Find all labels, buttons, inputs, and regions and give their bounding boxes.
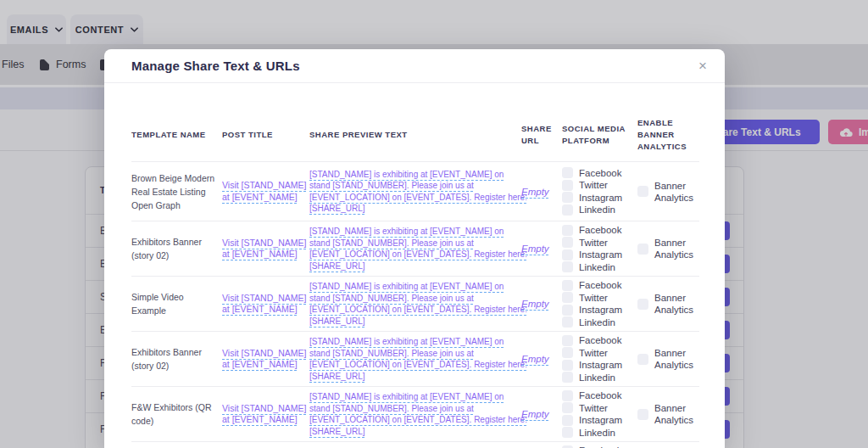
modal-header: Manage Share Text & URLs ×	[104, 49, 725, 83]
column-header: SHARE URL	[521, 123, 562, 147]
banner-analytics-checkbox[interactable]	[637, 244, 648, 255]
banner-analytics-checkbox[interactable]	[637, 299, 648, 310]
platform-option: Instagram	[562, 414, 637, 427]
post-title-cell[interactable]: Visit [STAND_NAME]at [EVENT_NAME]	[222, 293, 309, 316]
enable-banner-analytics-cell: Banner Analytics	[637, 180, 699, 204]
platform-option: Linkedin	[562, 372, 637, 384]
share-url-empty-link[interactable]: Empty	[521, 299, 549, 309]
share-preview-line: [EVENT_LOCATION] on [EVENT_DATES]. Regis…	[309, 192, 527, 204]
share-url-cell: Empty	[521, 354, 562, 364]
platform-checkbox[interactable]	[562, 292, 573, 303]
platform-checkbox[interactable]	[562, 280, 573, 291]
share-url-empty-link[interactable]: Empty	[521, 409, 549, 419]
close-icon[interactable]: ×	[695, 57, 710, 75]
platform-label: Twitter	[579, 238, 608, 248]
platform-checkbox[interactable]	[562, 204, 573, 216]
enable-banner-analytics-cell: Banner Analytics	[637, 402, 699, 426]
platform-checkbox[interactable]	[562, 237, 573, 248]
platform-checkbox[interactable]	[562, 261, 573, 272]
platform-checkbox[interactable]	[562, 305, 573, 316]
banner-analytics-checkbox[interactable]	[637, 409, 648, 420]
platform-option: Facebook	[562, 279, 637, 292]
platform-option: Twitter	[562, 179, 637, 192]
share-preview-line: stand [STAND_NUMBER]. Please join us at	[309, 180, 474, 192]
share-preview-line: [SHARE_URL]	[309, 260, 365, 272]
platform-option: Linkedin	[562, 316, 637, 329]
column-header: POST TITLE	[222, 129, 309, 141]
enable-banner-analytics-cell: Banner Analytics	[637, 292, 699, 316]
platform-option: Twitter	[562, 292, 637, 305]
platform-option: Instagram	[562, 192, 637, 204]
platform-label: Linkedin	[579, 428, 615, 438]
banner-analytics-checkbox[interactable]	[637, 354, 648, 365]
social-media-platform-cell: Facebook Twitter Instagram Linkedin	[562, 334, 637, 384]
share-preview-text-cell[interactable]: [STAND_NAME] is exhibiting at [EVENT_NAM…	[309, 391, 521, 437]
platform-label: Instagram	[579, 249, 622, 260]
platform-checkbox[interactable]	[562, 249, 573, 260]
platform-checkbox[interactable]	[562, 402, 573, 413]
share-url-empty-link[interactable]: Empty	[521, 354, 549, 364]
platform-checkbox[interactable]	[562, 372, 573, 383]
platform-option: Twitter	[562, 402, 637, 415]
post-title-cell[interactable]: Visit [STAND_NAME]at [EVENT_NAME]	[222, 238, 309, 260]
platform-checkbox[interactable]	[562, 192, 573, 203]
post-title-cell[interactable]: Visit [STAND_NAME]at [EVENT_NAME]	[222, 180, 309, 203]
template-name-cell: F&W Exhibitors (QR code)	[131, 400, 222, 428]
share-preview-line: [STAND_NAME] is exhibiting at [EVENT_NAM…	[309, 391, 504, 403]
platform-label: Facebook	[579, 225, 622, 235]
share-preview-line: [SHARE_URL]	[309, 316, 365, 328]
share-preview-text-cell[interactable]: [STAND_NAME] is exhibiting at [EVENT_NAM…	[309, 281, 521, 327]
platform-checkbox[interactable]	[562, 335, 573, 346]
post-title-line: Visit [STAND_NAME]	[222, 348, 306, 360]
screen: EMAILS CONTENT Files Forms Manage Share …	[0, 0, 868, 448]
share-preview-text-cell[interactable]: [STAND_NAME] is exhibiting at [EVENT_NAM…	[309, 226, 521, 272]
platform-checkbox[interactable]	[562, 167, 573, 178]
platform-label: Linkedin	[579, 317, 615, 328]
platform-label: Twitter	[579, 293, 608, 303]
table-row: Visit [STAND_NAME]at [EVENT_NAME] [STAND…	[131, 441, 699, 448]
platform-label: Facebook	[579, 280, 622, 290]
platform-option: Instagram	[562, 304, 637, 316]
modal-title: Manage Share Text & URLs	[131, 59, 300, 73]
share-url-cell: Empty	[521, 409, 562, 419]
enable-banner-analytics-cell: Banner Analytics	[637, 237, 699, 260]
platform-label: Linkedin	[579, 262, 615, 272]
platform-label: Instagram	[579, 305, 622, 315]
platform-option: Facebook	[562, 167, 637, 180]
share-preview-line: [STAND_NAME] is exhibiting at [EVENT_NAM…	[309, 336, 504, 348]
platform-checkbox[interactable]	[562, 316, 573, 328]
post-title-line: Visit [STAND_NAME]	[222, 293, 306, 305]
platform-label: Linkedin	[579, 372, 615, 383]
post-title-line: Visit [STAND_NAME]	[222, 180, 306, 192]
table-row: Simple Video Example Visit [STAND_NAME]a…	[131, 276, 699, 331]
platform-checkbox[interactable]	[562, 225, 573, 236]
social-media-platform-cell: Facebook Twitter Instagram Linkedin	[562, 167, 637, 216]
platform-label: Facebook	[579, 335, 622, 345]
share-preview-line: stand [STAND_NUMBER]. Please join us at	[309, 293, 474, 305]
share-preview-line: [SHARE_URL]	[309, 203, 365, 215]
platform-checkbox[interactable]	[562, 347, 573, 358]
platform-checkbox[interactable]	[562, 180, 573, 191]
post-title-line: at [EVENT_NAME]	[222, 359, 298, 371]
platform-option: Linkedin	[562, 204, 637, 216]
share-url-cell: Empty	[521, 299, 562, 309]
share-preview-text-cell[interactable]: [STAND_NAME] is exhibiting at [EVENT_NAM…	[309, 169, 521, 215]
share-preview-text-cell[interactable]: [STAND_NAME] is exhibiting at [EVENT_NAM…	[309, 336, 521, 382]
table-row: Exhibitors Banner (story 02) Visit [STAN…	[131, 221, 699, 276]
share-preview-line: stand [STAND_NUMBER]. Please join us at	[309, 348, 474, 360]
share-preview-line: [SHARE_URL]	[309, 426, 365, 438]
share-url-empty-link[interactable]: Empty	[521, 187, 549, 197]
platform-label: Twitter	[579, 180, 608, 190]
platform-option: Facebook	[562, 445, 637, 448]
platform-checkbox[interactable]	[562, 390, 573, 401]
share-url-empty-link[interactable]: Empty	[521, 244, 549, 254]
post-title-cell[interactable]: Visit [STAND_NAME]at [EVENT_NAME]	[222, 348, 309, 371]
manage-share-modal: Manage Share Text & URLs × TEMPLATE NAME…	[104, 49, 725, 448]
post-title-cell[interactable]: Visit [STAND_NAME]at [EVENT_NAME]	[222, 403, 309, 426]
share-preview-line: [STAND_NAME] is exhibiting at [EVENT_NAM…	[309, 169, 504, 181]
banner-analytics-label: Banner Analytics	[654, 402, 698, 426]
platform-checkbox[interactable]	[562, 415, 573, 426]
platform-checkbox[interactable]	[562, 360, 573, 371]
banner-analytics-checkbox[interactable]	[637, 186, 648, 197]
platform-checkbox[interactable]	[562, 427, 573, 438]
